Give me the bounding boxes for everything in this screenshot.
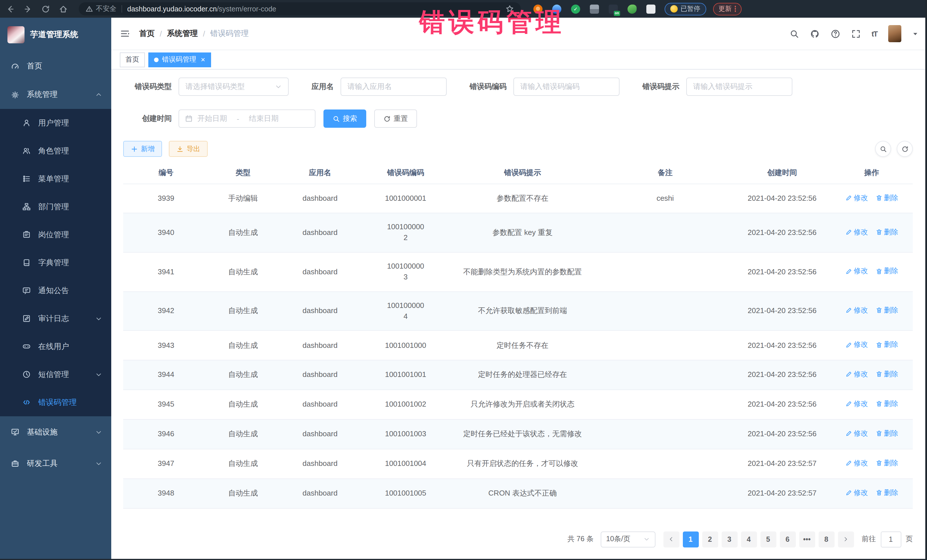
ext-green-leaf-icon[interactable] — [628, 4, 637, 14]
search-icon[interactable] — [789, 29, 799, 38]
prev-page-button[interactable] — [663, 531, 679, 548]
sidebar-item-audit[interactable]: 审计日志 — [0, 305, 111, 332]
cell-id: 3944 — [123, 360, 209, 390]
forward-icon[interactable] — [23, 4, 32, 14]
delete-link-label: 删除 — [884, 193, 898, 203]
sidebar-item-role[interactable]: 角色管理 — [0, 137, 111, 165]
edit-link[interactable]: 修改 — [845, 399, 868, 409]
edit-link[interactable]: 修改 — [845, 428, 868, 439]
kebab-menu-icon[interactable] — [734, 6, 736, 12]
table-tools — [875, 141, 913, 157]
trash-icon — [875, 371, 882, 378]
cell-app: dashboard — [277, 213, 363, 252]
help-icon[interactable] — [830, 29, 840, 38]
page-button[interactable]: 2 — [702, 531, 718, 548]
edit-link[interactable]: 修改 — [845, 227, 868, 237]
github-icon[interactable] — [810, 29, 819, 38]
error-type-select[interactable]: 请选择错误码类型 — [179, 77, 289, 96]
refresh-icon — [383, 115, 391, 122]
reload-icon[interactable] — [41, 4, 50, 14]
sidebar-item-dict[interactable]: 字典管理 — [0, 249, 111, 276]
back-icon[interactable] — [6, 4, 15, 14]
security-label[interactable]: 不安全 — [96, 4, 116, 14]
ext-dark-on-icon[interactable]: on — [609, 4, 618, 14]
delete-link[interactable]: 删除 — [875, 266, 898, 276]
breadcrumb-item[interactable]: 首页 — [139, 29, 155, 39]
edit-link[interactable]: 修改 — [845, 487, 868, 498]
filter-input[interactable]: 请输入错误码编码 — [514, 77, 620, 96]
reset-button-label: 重置 — [394, 114, 408, 123]
sidebar-item-post[interactable]: 岗位管理 — [0, 221, 111, 249]
delete-link[interactable]: 删除 — [875, 193, 898, 203]
edit-link[interactable]: 修改 — [845, 193, 868, 203]
chevron-down-icon — [95, 428, 102, 436]
refresh-table-button[interactable] — [897, 141, 913, 157]
page-button[interactable]: 8 — [818, 531, 834, 548]
goto-page-input[interactable]: 1 — [880, 531, 901, 548]
tab-active[interactable]: 错误码管理× — [148, 52, 211, 67]
caret-down-icon[interactable] — [912, 30, 918, 37]
delete-link[interactable]: 删除 — [875, 399, 898, 409]
delete-link[interactable]: 删除 — [875, 369, 898, 379]
edit-link[interactable]: 修改 — [845, 266, 868, 276]
sidebar-item-sms[interactable]: 短信管理 — [0, 360, 111, 389]
sidebar-item-user[interactable]: 用户管理 — [0, 109, 111, 137]
megaphone-icon — [22, 286, 31, 295]
search-button[interactable]: 搜索 — [324, 109, 366, 128]
sidebar-item-system[interactable]: 系统管理 — [0, 80, 111, 109]
delete-link-label: 删除 — [884, 458, 898, 468]
cell-app: dashboard — [277, 360, 363, 390]
reset-button[interactable]: 重置 — [374, 109, 417, 128]
edit-link[interactable]: 修改 — [845, 340, 868, 350]
delete-link[interactable]: 删除 — [875, 340, 898, 350]
page-button[interactable]: 3 — [721, 531, 737, 548]
cell-app: dashboard — [277, 292, 363, 331]
page-button[interactable]: 6 — [780, 531, 795, 548]
ext-grey-grid-icon[interactable] — [590, 4, 599, 14]
sidebar-item-devtools[interactable]: 研发工具 — [0, 448, 111, 479]
input-placeholder: 请选择错误码类型 — [185, 82, 245, 92]
edit-link[interactable]: 修改 — [845, 369, 868, 379]
page-button[interactable]: 5 — [760, 531, 776, 548]
tab-view[interactable]: 首页 — [120, 52, 145, 67]
edit-link-label: 修改 — [854, 227, 868, 237]
paused-extension-pill[interactable]: 已暂停 — [664, 3, 706, 15]
delete-link[interactable]: 删除 — [875, 227, 898, 237]
filter-input[interactable]: 请输入应用名 — [340, 77, 447, 96]
hamburger-icon[interactable] — [120, 29, 130, 39]
avatar[interactable] — [888, 25, 901, 42]
cell-type: 自动生成 — [209, 213, 277, 252]
sidebar-item-notice[interactable]: 通知公告 — [0, 276, 111, 305]
page-button[interactable]: 1 — [682, 531, 699, 548]
ext-green-check-icon[interactable]: ✓ — [571, 4, 580, 14]
delete-link[interactable]: 删除 — [875, 458, 898, 468]
delete-link[interactable]: 删除 — [875, 487, 898, 498]
tab-close-icon[interactable]: × — [201, 56, 205, 63]
fullscreen-icon[interactable] — [851, 29, 860, 38]
edit-link[interactable]: 修改 — [845, 458, 868, 468]
sidebar-item-home[interactable]: 首页 — [0, 52, 111, 80]
font-size-icon[interactable]: tT — [871, 29, 877, 38]
users-icon — [22, 147, 31, 155]
page-size-select[interactable]: 10条/页 — [600, 531, 655, 548]
sidebar-item-dept[interactable]: 部门管理 — [0, 193, 111, 221]
ext-puzzle-icon[interactable] — [646, 4, 655, 14]
sidebar-item-menu[interactable]: 菜单管理 — [0, 165, 111, 193]
page-button[interactable]: 4 — [741, 531, 757, 548]
home-icon[interactable] — [59, 4, 68, 14]
breadcrumb-item[interactable]: 系统管理 — [167, 29, 198, 39]
delete-link[interactable]: 删除 — [875, 305, 898, 316]
export-button[interactable]: 导出 — [169, 141, 208, 157]
update-browser-pill[interactable]: 更新 — [713, 3, 742, 15]
more-pages-button[interactable]: ••• — [799, 531, 815, 548]
add-button[interactable]: 新增 — [123, 141, 162, 157]
edit-link[interactable]: 修改 — [845, 305, 868, 316]
delete-link[interactable]: 删除 — [875, 428, 898, 439]
next-page-button[interactable] — [838, 531, 854, 548]
sidebar-item-errcode[interactable]: 错误码管理 — [0, 389, 111, 416]
filter-input[interactable]: 请输入错误码提示 — [686, 77, 792, 96]
toggle-search-button[interactable] — [875, 141, 891, 157]
sidebar-item-infra[interactable]: 基础设施 — [0, 416, 111, 448]
sidebar-item-online[interactable]: 在线用户 — [0, 332, 111, 360]
date-range-input[interactable]: 开始日期 - 结束日期 — [179, 109, 316, 128]
